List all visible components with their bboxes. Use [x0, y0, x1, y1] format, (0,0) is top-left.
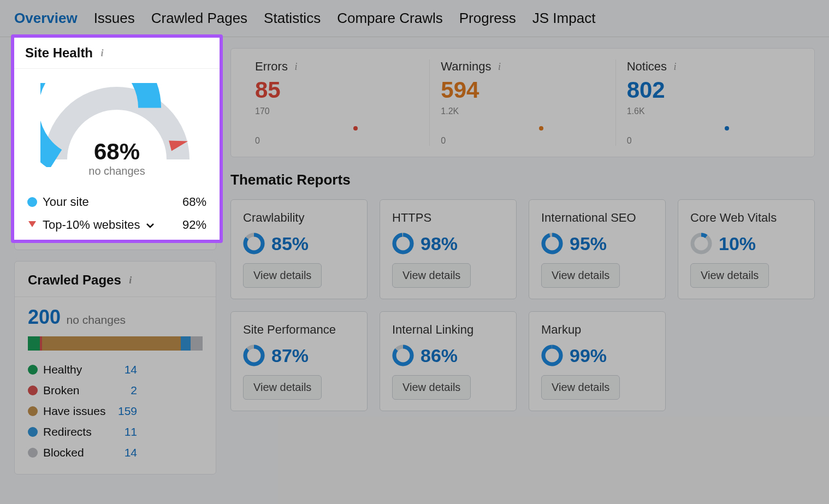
- legend-value: 11: [110, 425, 137, 438]
- warnings-value: 594: [441, 77, 604, 103]
- view-details-button[interactable]: View details: [541, 375, 620, 400]
- tab-crawled-pages[interactable]: Crawled Pages: [151, 10, 247, 37]
- info-icon[interactable]: i: [97, 48, 107, 58]
- crawled-legend: Healthy 14 Broken 2 Have issues 159 Redi…: [28, 359, 203, 463]
- info-icon[interactable]: i: [670, 62, 680, 72]
- view-details-button[interactable]: View details: [690, 263, 769, 288]
- legend-row-have-issues[interactable]: Have issues 159: [28, 401, 137, 422]
- site-health-legend: Your site 68% Top-10% websites 92%: [14, 183, 220, 250]
- report-title: International SEO: [541, 211, 653, 225]
- donut-icon: [392, 233, 414, 254]
- report-card-internal-linking: Internal Linking 86% View details: [380, 311, 517, 411]
- site-health-title: Site Health i: [14, 38, 220, 69]
- bar-segment-blocked[interactable]: [191, 336, 203, 351]
- legend-top10[interactable]: Top-10% websites 92%: [27, 214, 206, 236]
- notices-label-text: Notices: [627, 60, 667, 74]
- donut-icon: [243, 345, 265, 366]
- report-percent: 87%: [271, 345, 309, 366]
- crawled-count[interactable]: 200: [28, 306, 61, 329]
- errors-stat[interactable]: Errors i 85 170 0: [244, 60, 430, 146]
- top10-value: 92%: [182, 218, 206, 232]
- report-title: Crawlability: [243, 211, 355, 225]
- info-icon[interactable]: i: [291, 62, 301, 72]
- report-title: Core Web Vitals: [690, 211, 802, 225]
- legend-value: 14: [110, 446, 137, 459]
- svg-point-6: [692, 235, 710, 252]
- notices-stat[interactable]: Notices i 802 1.6K 0: [616, 60, 801, 146]
- report-card-site-performance: Site Performance 87% View details: [230, 311, 368, 411]
- view-details-button[interactable]: View details: [541, 263, 620, 288]
- tab-compare-crawls[interactable]: Compare Crawls: [337, 10, 443, 37]
- crawled-count-row: 200 no changes: [28, 306, 203, 329]
- thematic-title: Thematic Reports: [230, 171, 815, 188]
- tab-issues[interactable]: Issues: [94, 10, 135, 37]
- chevron-down-icon: [146, 218, 155, 232]
- svg-point-5: [543, 235, 561, 252]
- bar-segment-healthy[interactable]: [28, 336, 40, 351]
- report-card-core-web-vitals: Core Web Vitals 10% View details: [678, 199, 815, 299]
- tab-js-impact[interactable]: JS Impact: [532, 10, 596, 37]
- spark-dot: [353, 126, 358, 131]
- legend-label: Redirects: [43, 425, 110, 438]
- legend-label: Have issues: [43, 405, 110, 418]
- spark-dot: [725, 126, 729, 131]
- top10-label-text: Top-10% websites: [43, 218, 140, 232]
- report-percent: 10%: [719, 233, 756, 254]
- site-health-gauge: 68% no changes: [40, 83, 193, 177]
- report-percent: 86%: [421, 345, 458, 366]
- view-details-button[interactable]: View details: [243, 263, 322, 288]
- report-row: 10%: [690, 233, 802, 254]
- report-card-https: HTTPS 98% View details: [380, 199, 517, 299]
- axis-max: 1.6K: [627, 106, 645, 116]
- circle-icon: [28, 386, 38, 395]
- report-percent: 85%: [271, 233, 309, 254]
- crawled-sub: no changes: [67, 313, 126, 326]
- report-title: HTTPS: [392, 211, 504, 225]
- tab-progress[interactable]: Progress: [459, 10, 516, 37]
- info-icon[interactable]: i: [494, 62, 504, 72]
- crawled-pages-card: Crawled Pages i 200 no changes Healthy 1…: [14, 261, 216, 475]
- reports-grid: Crawlability 85% View details HTTPS 98% …: [230, 199, 815, 411]
- legend-label: Healthy: [43, 363, 110, 376]
- view-details-button[interactable]: View details: [392, 263, 471, 288]
- warnings-stat[interactable]: Warnings i 594 1.2K 0: [430, 60, 615, 146]
- report-title: Internal Linking: [392, 323, 504, 337]
- axis-min: 0: [255, 136, 260, 146]
- legend-row-healthy[interactable]: Healthy 14: [28, 359, 137, 380]
- errors-value: 85: [255, 77, 418, 103]
- warnings-label-text: Warnings: [441, 60, 491, 74]
- errors-label: Errors i: [255, 60, 418, 74]
- circle-icon: [28, 427, 38, 437]
- report-row: 86%: [392, 345, 504, 366]
- tab-overview[interactable]: Overview: [14, 10, 78, 37]
- site-health-highlight: Site Health i 68% no changes Your site 6…: [14, 38, 220, 250]
- legend-value: 14: [110, 363, 137, 376]
- legend-label: Blocked: [43, 446, 110, 459]
- notices-sparkline: 1.6K 0: [627, 106, 790, 146]
- legend-your-site: Your site 68%: [27, 191, 206, 214]
- report-percent: 98%: [421, 233, 458, 254]
- notices-value: 802: [627, 77, 790, 103]
- legend-label: Broken: [43, 384, 110, 397]
- crawled-bar-chart: [28, 336, 203, 351]
- view-details-button[interactable]: View details: [243, 375, 322, 400]
- circle-icon: [28, 365, 38, 375]
- axis-max: 1.2K: [441, 106, 459, 116]
- legend-row-redirects[interactable]: Redirects 11: [28, 422, 137, 442]
- svg-point-13: [543, 347, 561, 364]
- bar-segment-redirects[interactable]: [181, 336, 191, 351]
- gauge-wrap: 68% no changes: [14, 69, 220, 183]
- report-card-crawlability: Crawlability 85% View details: [230, 199, 368, 299]
- tab-statistics[interactable]: Statistics: [264, 10, 321, 37]
- donut-icon: [541, 233, 563, 254]
- crawled-pages-title: Crawled Pages i: [15, 272, 216, 297]
- bar-segment-have-issues[interactable]: [42, 336, 181, 351]
- info-icon[interactable]: i: [126, 275, 135, 285]
- warnings-label: Warnings i: [441, 60, 604, 74]
- tabs: OverviewIssuesCrawled PagesStatisticsCom…: [0, 0, 829, 37]
- svg-point-3: [394, 235, 412, 252]
- legend-row-broken[interactable]: Broken 2: [28, 380, 137, 401]
- legend-row-blocked[interactable]: Blocked 14: [28, 442, 137, 463]
- donut-icon: [243, 233, 265, 254]
- view-details-button[interactable]: View details: [392, 375, 471, 400]
